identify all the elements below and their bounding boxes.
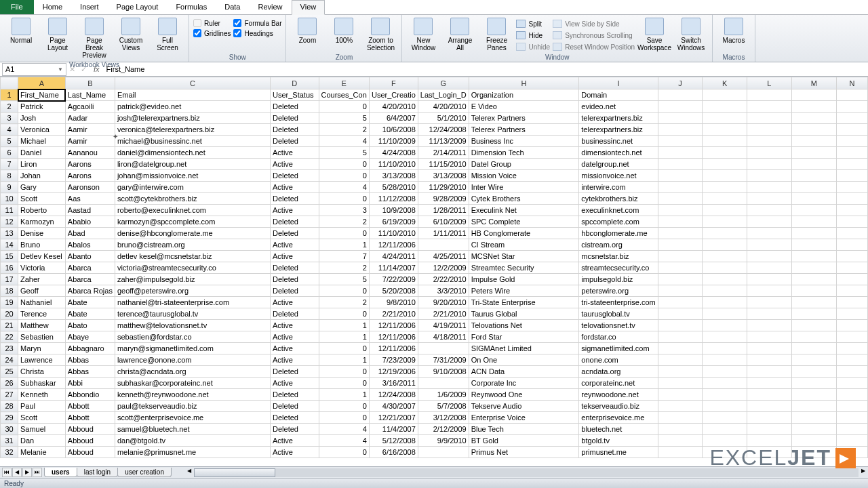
cell[interactable]: Active	[271, 251, 319, 262]
cell[interactable]	[836, 308, 867, 320]
cell[interactable]: 11/10/2010	[369, 228, 418, 239]
cell[interactable]: HB Conglomerate	[469, 228, 579, 239]
col-header-E[interactable]: E	[319, 77, 369, 89]
cell[interactable]: Blue Tech	[469, 424, 579, 435]
row-header[interactable]: 9	[1, 182, 18, 193]
cell[interactable]	[703, 343, 747, 354]
unhide-button[interactable]: Unhide	[516, 42, 550, 52]
cell[interactable]: Active	[271, 159, 319, 170]
normal-button[interactable]: Normal	[4, 16, 38, 45]
cell[interactable]: 6/10/2009	[418, 216, 469, 228]
cell[interactable]	[836, 205, 867, 216]
cell[interactable]: SIGMAnet Limited	[469, 343, 579, 354]
cell[interactable]: 4/18/2011	[418, 331, 469, 343]
cell[interactable]: 0	[319, 170, 369, 182]
cell[interactable]	[836, 366, 867, 378]
cell[interactable]: Gary	[18, 182, 66, 193]
cell[interactable]: scott@enterprisevoice.me	[115, 412, 270, 424]
fx-icon[interactable]: fx	[94, 65, 100, 73]
cell[interactable]: Deleted	[271, 285, 319, 297]
cell[interactable]: Abanto	[65, 251, 115, 262]
cell[interactable]: Abbagnaro	[65, 343, 115, 354]
cell[interactable]: Abarca	[65, 274, 115, 285]
cell[interactable]: 2	[319, 124, 369, 136]
cell[interactable]	[747, 89, 792, 101]
cell[interactable]	[747, 216, 792, 228]
cell[interactable]	[703, 297, 747, 308]
cell[interactable]	[791, 101, 836, 113]
cell[interactable]	[747, 205, 792, 216]
cell[interactable]: datelgroup.net	[579, 159, 658, 170]
new-window-button[interactable]: New Window	[406, 16, 440, 53]
cell[interactable]	[747, 401, 792, 412]
cell[interactable]: Deleted	[271, 262, 319, 274]
row-header[interactable]: 19	[1, 297, 18, 308]
cell[interactable]: 1	[319, 354, 369, 366]
cell[interactable]: Last_Name	[65, 89, 115, 101]
cell[interactable]	[791, 412, 836, 424]
cell[interactable]: execulinknet.com	[579, 205, 658, 216]
cell[interactable]: 12/11/2006	[369, 239, 418, 251]
row-header[interactable]: 32	[1, 447, 18, 458]
page-break-button[interactable]: Page Break Preview	[77, 16, 111, 60]
cell[interactable]: Deleted	[271, 113, 319, 124]
cell[interactable]: CI Stream	[469, 239, 579, 251]
split-button[interactable]: Split	[516, 19, 550, 28]
cell[interactable]: On One	[469, 354, 579, 366]
cell[interactable]: businessinc.net	[579, 136, 658, 147]
cell[interactable]: samuel@bluetech.net	[115, 424, 270, 435]
cell[interactable]	[836, 401, 867, 412]
cell[interactable]	[747, 262, 792, 274]
cell[interactable]: Corporate Inc	[469, 378, 579, 389]
tab-review[interactable]: Review	[249, 0, 291, 14]
cell[interactable]	[836, 320, 867, 331]
cell[interactable]: sebastien@fordstar.co	[115, 331, 270, 343]
cell[interactable]	[703, 159, 747, 170]
row-header[interactable]: 21	[1, 320, 18, 331]
cell[interactable]: 5/1/2010	[418, 113, 469, 124]
cell[interactable]: Liron	[18, 159, 66, 170]
sync-scroll-button[interactable]: Synchronous Scrolling	[553, 30, 635, 40]
col-header-N[interactable]: N	[836, 77, 867, 89]
tab-data[interactable]: Data	[216, 0, 249, 14]
cell[interactable]	[836, 89, 867, 101]
cell[interactable]: Deleted	[271, 366, 319, 378]
cell[interactable]: Abboud	[65, 435, 115, 447]
row-header[interactable]: 3	[1, 113, 18, 124]
cell[interactable]: 0	[319, 159, 369, 170]
cell[interactable]: Taurus Global	[469, 308, 579, 320]
cell[interactable]: interwire.com	[579, 182, 658, 193]
cell[interactable]: Mission Voice	[469, 170, 579, 182]
cell[interactable]: 11/14/2007	[369, 262, 418, 274]
cell[interactable]	[791, 193, 836, 205]
cell[interactable]: Primus Net	[469, 447, 579, 458]
cell[interactable]: Dan	[18, 435, 66, 447]
cell[interactable]: 0	[319, 308, 369, 320]
cell[interactable]: 5/28/2010	[369, 182, 418, 193]
cell[interactable]: Deleted	[271, 274, 319, 285]
cell[interactable]: dimensiontech.net	[579, 147, 658, 159]
cell[interactable]: subhaskar@corporateinc.net	[115, 378, 270, 389]
cell[interactable]: 3/3/2010	[418, 285, 469, 297]
cell[interactable]: 1	[319, 389, 369, 401]
spreadsheet-grid[interactable]: ABCDEFGHIJKLMN1First_NameLast_NameEmailU…	[0, 77, 868, 458]
cell[interactable]: Last_Login_D	[418, 89, 469, 101]
cell[interactable]: Zaher	[18, 274, 66, 285]
cell[interactable]: kenneth@reynwoodone.net	[115, 389, 270, 401]
cell[interactable]	[658, 389, 703, 401]
cell[interactable]	[703, 228, 747, 239]
cell[interactable]: Matthew	[18, 320, 66, 331]
cell[interactable]	[747, 101, 792, 113]
reset-pos-button[interactable]: Reset Window Position	[553, 42, 635, 52]
cell[interactable]	[791, 378, 836, 389]
cell[interactable]: Abboud	[65, 447, 115, 458]
cell[interactable]: telovationsnet.tv	[579, 320, 658, 331]
cell[interactable]	[658, 89, 703, 101]
cell[interactable]: daniel@dimensiontech.net	[115, 147, 270, 159]
cell[interactable]: evideo.net	[579, 101, 658, 113]
cell[interactable]: hbconglomerate.me	[579, 228, 658, 239]
cell[interactable]: 11/29/2010	[418, 182, 469, 193]
cell[interactable]: streamtecsecurity.co	[579, 262, 658, 274]
cell[interactable]	[747, 147, 792, 159]
cell[interactable]: 1/6/2009	[418, 389, 469, 401]
